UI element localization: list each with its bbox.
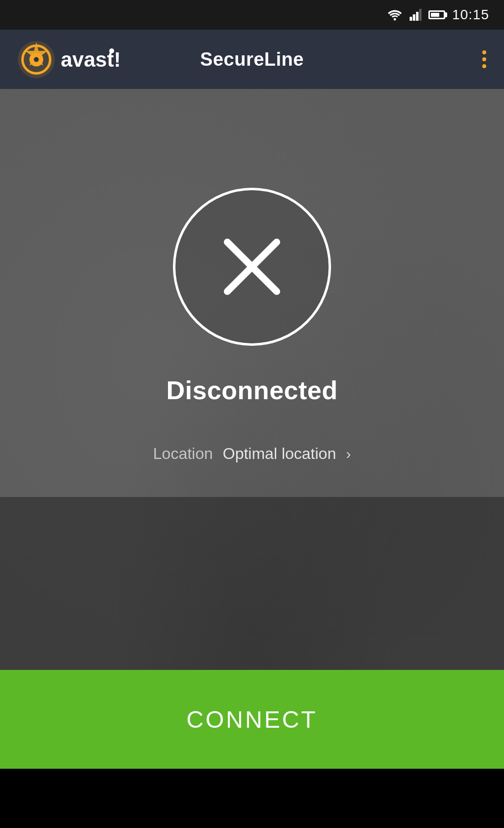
avast-logo: avast!: [18, 41, 132, 78]
avast-text-logo: avast!: [61, 46, 132, 73]
location-selector[interactable]: Location Optimal location ›: [153, 445, 351, 463]
battery-fill: [431, 13, 439, 17]
svg-point-13: [109, 48, 114, 53]
status-bar: 10:15: [0, 0, 504, 30]
wifi-icon: [387, 9, 403, 21]
signal-icon: [410, 9, 421, 21]
status-icons: 10:15: [387, 7, 489, 23]
svg-marker-4: [419, 9, 421, 21]
app-bar-title: SecureLine: [200, 49, 304, 70]
more-vertical-button[interactable]: [482, 50, 486, 68]
connect-button[interactable]: CONNECT: [0, 670, 504, 769]
main-content: Disconnected Location Optimal location ›…: [0, 89, 504, 769]
battery-icon: [428, 10, 445, 19]
connection-status-label: Disconnected: [167, 375, 338, 405]
menu-dot-2: [482, 57, 486, 61]
status-time: 10:15: [452, 7, 489, 23]
app-bar: avast! SecureLine: [0, 30, 504, 89]
svg-rect-2: [413, 14, 415, 21]
svg-point-11: [34, 57, 39, 62]
connect-button-label: CONNECT: [186, 706, 317, 733]
location-label: Location: [153, 445, 213, 463]
disconnect-button[interactable]: [173, 188, 331, 346]
avast-logo-icon: [18, 41, 55, 78]
location-value: Optimal location: [223, 445, 336, 463]
disconnected-x-icon: [212, 227, 292, 306]
svg-rect-3: [416, 12, 419, 21]
content-wrapper: Disconnected Location Optimal location ›: [0, 89, 504, 463]
menu-dot-3: [482, 64, 486, 68]
svg-point-0: [393, 18, 396, 21]
location-chevron-icon: ›: [346, 446, 351, 462]
menu-dot-1: [482, 50, 486, 54]
svg-rect-1: [410, 17, 412, 21]
